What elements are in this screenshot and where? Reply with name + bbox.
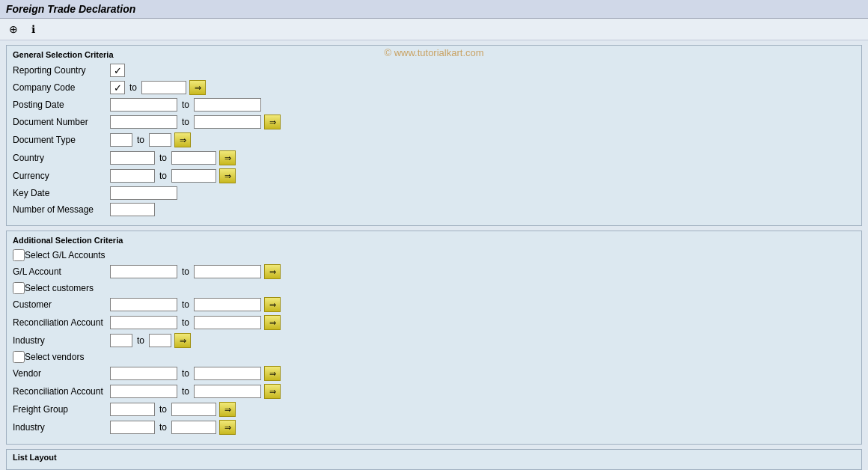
document-type-from-input[interactable] — [110, 133, 132, 147]
posting-date-row: Posting Date to — [13, 98, 855, 112]
reconciliation-account-customer-to: to — [182, 317, 189, 328]
industry-vendor-row: Industry to ⇒ — [13, 420, 855, 435]
industry-customer-to-input[interactable] — [149, 334, 171, 347]
freight-group-from-input[interactable] — [110, 403, 155, 416]
reconciliation-account-customer-row: Reconciliation Account to ⇒ — [13, 315, 855, 330]
reconciliation-account-customer-to-input[interactable] — [194, 316, 261, 329]
gl-account-label: G/L Account — [13, 266, 110, 277]
reconciliation-account-vendor-to-input[interactable] — [194, 385, 261, 398]
gl-account-to: to — [182, 266, 189, 277]
document-number-to: to — [182, 117, 189, 127]
industry-vendor-to: to — [159, 422, 167, 433]
freight-group-to-input[interactable] — [171, 403, 216, 416]
industry-customer-label: Industry — [13, 335, 110, 346]
vendor-to-input[interactable] — [194, 367, 261, 380]
reconciliation-account-vendor-arrow-btn[interactable]: ⇒ — [264, 384, 281, 399]
select-vendors-checkbox[interactable] — [13, 351, 25, 363]
select-vendors-label: Select vendors — [25, 352, 84, 362]
gl-account-row: G/L Account to ⇒ — [13, 264, 855, 279]
country-label: Country — [13, 153, 110, 163]
industry-vendor-from-input[interactable] — [110, 421, 155, 434]
info-icon[interactable]: ℹ — [25, 22, 40, 37]
posting-date-to-input[interactable] — [194, 98, 261, 112]
number-of-message-input[interactable] — [110, 203, 155, 216]
vendor-from-input[interactable] — [110, 367, 177, 380]
document-number-to-input[interactable] — [194, 115, 261, 129]
currency-to-input[interactable] — [171, 169, 216, 183]
gl-account-to-input[interactable] — [194, 265, 261, 278]
reconciliation-account-vendor-from-input[interactable] — [110, 385, 177, 398]
add-icon[interactable]: ⊕ — [6, 22, 21, 37]
reconciliation-account-customer-arrow-btn[interactable]: ⇒ — [264, 315, 281, 330]
freight-group-row: Freight Group to ⇒ — [13, 402, 855, 417]
watermark: © www.tutorialkart.com — [384, 47, 483, 58]
industry-customer-to: to — [137, 335, 144, 346]
select-vendors-row: Select vendors — [13, 351, 855, 363]
posting-date-label: Posting Date — [13, 100, 110, 110]
posting-date-to: to — [182, 100, 189, 110]
industry-customer-from-input[interactable] — [110, 334, 132, 347]
company-code-label: Company Code — [13, 82, 110, 93]
company-code-to-input[interactable] — [141, 81, 186, 94]
gl-account-arrow-btn[interactable]: ⇒ — [264, 264, 281, 279]
customer-to-input[interactable] — [194, 298, 261, 311]
freight-group-label: Freight Group — [13, 404, 110, 415]
vendor-row: Vendor to ⇒ — [13, 366, 855, 381]
select-gl-accounts-checkbox[interactable] — [13, 249, 25, 261]
customer-to: to — [182, 299, 189, 310]
industry-customer-arrow-btn[interactable]: ⇒ — [174, 333, 191, 348]
industry-vendor-to-input[interactable] — [171, 421, 216, 434]
number-of-message-label: Number of Message — [13, 204, 110, 215]
key-date-row: Key Date — [13, 186, 855, 200]
list-layout-section: List Layout — [6, 449, 862, 470]
posting-date-from-input[interactable] — [110, 98, 177, 112]
country-to-input[interactable] — [171, 151, 216, 165]
document-number-label: Document Number — [13, 117, 110, 127]
content-area: General Selection Criteria Reporting Cou… — [0, 40, 868, 470]
document-type-to-input[interactable] — [149, 133, 171, 147]
currency-label: Currency — [13, 171, 110, 181]
country-from-input[interactable] — [110, 151, 155, 165]
vendor-label: Vendor — [13, 368, 110, 379]
freight-group-arrow-btn[interactable]: ⇒ — [219, 402, 236, 417]
additional-selection-section: Additional Selection Criteria Select G/L… — [6, 231, 862, 445]
country-to: to — [159, 153, 167, 163]
currency-from-input[interactable] — [110, 169, 155, 183]
reconciliation-account-customer-from-input[interactable] — [110, 316, 177, 329]
select-customers-checkbox[interactable] — [13, 282, 25, 294]
document-type-row: Document Type to ⇒ — [13, 132, 855, 147]
select-customers-label: Select customers — [25, 283, 94, 293]
key-date-label: Key Date — [13, 188, 110, 198]
reporting-country-label: Reporting Country — [13, 65, 110, 76]
number-of-message-row: Number of Message — [13, 203, 855, 216]
industry-vendor-arrow-btn[interactable]: ⇒ — [219, 420, 236, 435]
customer-label: Customer — [13, 299, 110, 310]
customer-row: Customer to ⇒ — [13, 297, 855, 312]
currency-row: Currency to ⇒ — [13, 168, 855, 183]
customer-from-input[interactable] — [110, 298, 177, 311]
vendor-arrow-btn[interactable]: ⇒ — [264, 366, 281, 381]
document-number-from-input[interactable] — [110, 115, 177, 129]
customer-arrow-btn[interactable]: ⇒ — [264, 297, 281, 312]
document-number-arrow-btn[interactable]: ⇒ — [264, 115, 281, 129]
key-date-input[interactable] — [110, 186, 177, 200]
company-code-row: Company Code ✓ to ⇒ — [13, 80, 855, 95]
company-code-checkbox[interactable]: ✓ — [110, 81, 125, 94]
reporting-country-checkbox[interactable]: ✓ — [110, 64, 125, 77]
country-arrow-btn[interactable]: ⇒ — [219, 150, 236, 165]
currency-arrow-btn[interactable]: ⇒ — [219, 168, 236, 183]
reporting-country-row: Reporting Country ✓ — [13, 64, 855, 77]
country-row: Country to ⇒ — [13, 150, 855, 165]
select-gl-accounts-label: Select G/L Accounts — [25, 250, 106, 260]
list-layout-title: List Layout — [13, 453, 855, 462]
document-type-label: Document Type — [13, 135, 110, 145]
company-code-arrow-btn[interactable]: ⇒ — [189, 80, 206, 95]
document-number-row: Document Number to ⇒ — [13, 115, 855, 129]
currency-to: to — [159, 171, 167, 181]
title-bar: Foreign Trade Declaration — [0, 0, 868, 19]
document-type-arrow-btn[interactable]: ⇒ — [174, 132, 191, 147]
gl-account-from-input[interactable] — [110, 265, 177, 278]
reconciliation-account-customer-label: Reconciliation Account — [13, 317, 110, 328]
additional-section-title: Additional Selection Criteria — [13, 236, 855, 245]
page-title: Foreign Trade Declaration — [6, 3, 135, 15]
